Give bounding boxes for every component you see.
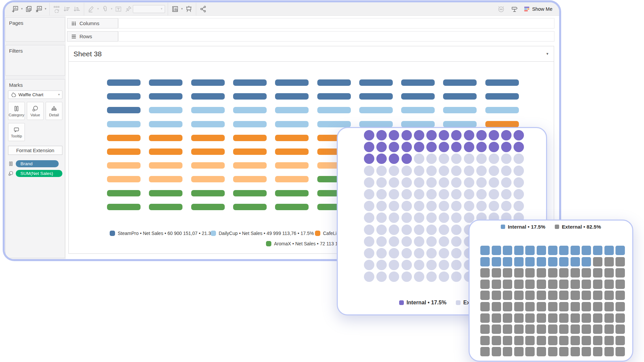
highlighter-icon[interactable] <box>87 5 96 13</box>
waffle-cell[interactable] <box>376 201 387 211</box>
waffle-cell[interactable] <box>107 148 141 155</box>
waffle-cell[interactable] <box>480 291 490 300</box>
waffle-cell[interactable] <box>275 204 309 210</box>
waffle-cell[interactable] <box>414 130 424 140</box>
waffle-cell[interactable] <box>571 257 580 266</box>
waffle-cell[interactable] <box>514 280 524 289</box>
waffle-cell[interactable] <box>537 347 546 356</box>
waffle-cell[interactable] <box>604 257 614 266</box>
waffle-cell[interactable] <box>376 236 387 247</box>
waffle-cell[interactable] <box>439 201 449 211</box>
waffle-cell[interactable] <box>364 201 374 211</box>
waffle-cell[interactable] <box>537 280 546 289</box>
waffle-cell[interactable] <box>275 93 309 100</box>
fit-dropdown[interactable]: ▾ <box>133 5 165 13</box>
waffle-cell[interactable] <box>149 176 182 182</box>
waffle-cell[interactable] <box>401 121 435 127</box>
waffle-cell[interactable] <box>492 302 501 311</box>
waffle-cell[interactable] <box>492 324 501 334</box>
waffle-cell[interactable] <box>503 347 512 356</box>
waffle-cell[interactable] <box>107 121 141 127</box>
waffle-cell[interactable] <box>593 347 602 356</box>
waffle-cell[interactable] <box>401 79 435 86</box>
waffle-cell[interactable] <box>376 248 387 258</box>
waffle-cell[interactable] <box>439 225 449 235</box>
waffle-cell[interactable] <box>376 272 387 282</box>
waffle-cell[interactable] <box>559 246 569 255</box>
chevron-down-icon[interactable]: ▾ <box>111 7 113 10</box>
waffle-cell[interactable] <box>149 190 182 196</box>
waffle-cell[interactable] <box>480 257 490 266</box>
waffle-cell[interactable] <box>443 93 477 100</box>
waffle-cell[interactable] <box>451 189 462 199</box>
tooltip-button[interactable]: Tooltip <box>8 123 25 141</box>
columns-shelf[interactable] <box>118 18 554 28</box>
waffle-cell[interactable] <box>275 162 309 169</box>
waffle-cell[interactable] <box>443 121 477 127</box>
waffle-cell[interactable] <box>593 268 602 278</box>
waffle-cell[interactable] <box>525 324 535 334</box>
waffle-cell[interactable] <box>317 93 351 100</box>
waffle-cell[interactable] <box>582 324 591 334</box>
waffle-cell[interactable] <box>275 135 309 141</box>
waffle-cell[interactable] <box>389 177 399 188</box>
text-label-icon[interactable] <box>114 5 123 13</box>
waffle-cell[interactable] <box>389 154 399 164</box>
waffle-cell[interactable] <box>364 130 374 140</box>
waffle-cell[interactable] <box>376 189 387 199</box>
waffle-cell[interactable] <box>571 291 580 300</box>
waffle-cell[interactable] <box>582 313 591 323</box>
waffle-cell[interactable] <box>191 204 225 210</box>
waffle-cell[interactable] <box>401 236 412 247</box>
swap-axes-icon[interactable] <box>52 5 61 13</box>
waffle-cell[interactable] <box>593 257 602 266</box>
waffle-cell[interactable] <box>604 336 614 345</box>
waffle-cell[interactable] <box>615 280 625 289</box>
waffle-cell[interactable] <box>439 236 449 247</box>
waffle-cell[interactable] <box>364 177 374 188</box>
waffle-cell[interactable] <box>233 107 267 113</box>
waffle-cell[interactable] <box>559 280 569 289</box>
waffle-cell[interactable] <box>464 154 474 164</box>
waffle-cell[interactable] <box>571 313 580 323</box>
waffle-cell[interactable] <box>464 177 474 188</box>
waffle-cell[interactable] <box>582 280 591 289</box>
waffle-cell[interactable] <box>503 291 512 300</box>
waffle-cell[interactable] <box>501 130 512 140</box>
waffle-cell[interactable] <box>364 260 374 270</box>
filters-card[interactable]: Filters <box>5 45 65 76</box>
waffle-cell[interactable] <box>389 213 399 223</box>
detail-button[interactable]: Detail <box>46 102 62 120</box>
waffle-cell[interactable] <box>604 280 614 289</box>
waffle-cell[interactable] <box>514 166 524 176</box>
waffle-cell[interactable] <box>503 246 512 255</box>
waffle-cell[interactable] <box>604 302 614 311</box>
waffle-cell[interactable] <box>480 313 490 323</box>
mark-type-dropdown[interactable]: Waffle Chart ▾ <box>8 90 62 99</box>
waffle-cell[interactable] <box>514 302 524 311</box>
waffle-cell[interactable] <box>593 324 602 334</box>
waffle-cell[interactable] <box>389 248 399 258</box>
waffle-cell[interactable] <box>480 246 490 255</box>
waffle-cell[interactable] <box>107 107 141 113</box>
waffle-cell[interactable] <box>559 347 569 356</box>
waffle-cell[interactable] <box>401 189 412 199</box>
waffle-cell[interactable] <box>489 177 499 188</box>
waffle-cell[interactable] <box>525 313 535 323</box>
waffle-cell[interactable] <box>401 225 412 235</box>
waffle-cell[interactable] <box>571 280 580 289</box>
waffle-cell[interactable] <box>414 260 424 270</box>
waffle-cell[interactable] <box>233 135 267 141</box>
waffle-cell[interactable] <box>317 79 351 86</box>
duplicate-sheet-icon[interactable] <box>24 5 33 13</box>
waffle-cell[interactable] <box>233 190 267 196</box>
waffle-cell[interactable] <box>414 142 424 152</box>
waffle-cell[interactable] <box>582 268 591 278</box>
waffle-cell[interactable] <box>426 130 437 140</box>
waffle-cell[interactable] <box>514 291 524 300</box>
waffle-cell[interactable] <box>571 336 580 345</box>
waffle-cell[interactable] <box>571 246 580 255</box>
waffle-cell[interactable] <box>593 313 602 323</box>
waffle-cell[interactable] <box>525 291 535 300</box>
waffle-cell[interactable] <box>414 272 424 282</box>
